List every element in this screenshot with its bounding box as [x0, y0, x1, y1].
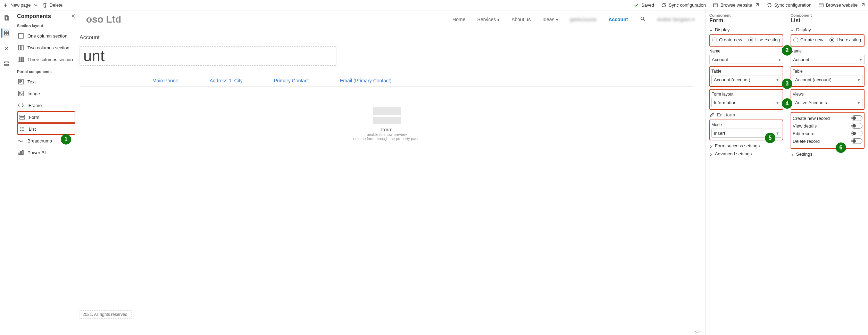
sync-config-label-1: Sync configuration — [669, 2, 706, 8]
nav-account[interactable]: Account — [609, 17, 628, 22]
nav-home[interactable]: Home — [452, 17, 465, 22]
components-title: Components — [17, 13, 75, 19]
col-primary-contact[interactable]: Primary Contact — [274, 78, 309, 83]
rail-settings-button[interactable] — [1, 59, 10, 68]
svg-rect-19 — [20, 115, 25, 116]
rail-templates-button[interactable] — [1, 44, 10, 53]
form-advanced-section-header[interactable]: Advanced settings — [709, 151, 783, 156]
chevron-down-icon — [709, 28, 713, 32]
list-table-select[interactable]: Account (account)▾ — [793, 75, 862, 84]
code-toggle[interactable]: </> — [695, 329, 701, 334]
refresh-icon — [767, 2, 772, 8]
trash-icon — [42, 2, 48, 8]
refresh-icon — [661, 2, 667, 8]
create-new-record-toggle[interactable] — [851, 115, 862, 121]
image-component-item[interactable]: Image — [17, 88, 75, 99]
breadcrumb-label: Breadcrumb — [27, 138, 52, 144]
col-main-phone[interactable]: Main Phone — [152, 78, 178, 83]
list-component-item[interactable]: List — [17, 123, 75, 135]
two-column-section-item[interactable]: Two columns section — [17, 42, 75, 54]
svg-rect-8 — [5, 62, 9, 63]
saved-label: Saved — [641, 2, 654, 8]
list-property-panel: Component List Display Create new Use ex… — [787, 10, 868, 335]
nav-user[interactable]: Andrei Sergeev ▾ — [657, 17, 694, 22]
chevron-right-icon — [709, 144, 713, 148]
form-create-new-radio[interactable]: Create new — [712, 37, 742, 42]
form-ph-line2: unable to show preview — [80, 132, 694, 137]
powerbi-component-item[interactable]: Power BI — [17, 147, 75, 158]
nav-ideas[interactable]: Ideas ▾ — [542, 17, 558, 22]
list-views-select[interactable]: Active Accounts▾ — [793, 98, 862, 107]
close-panel-button[interactable] — [70, 13, 76, 20]
badge-5: 5 — [765, 133, 775, 143]
view-details-toggle[interactable] — [851, 123, 862, 129]
left-rail — [0, 10, 12, 335]
edit-form-link[interactable]: Edit form — [709, 112, 783, 117]
external-icon — [713, 2, 718, 8]
design-canvas[interactable]: oso Ltd Home Services ▾ About us Ideas ▾… — [79, 10, 706, 335]
sync-config-2-button[interactable]: Sync configuration — [767, 2, 811, 8]
nav-about[interactable]: About us — [511, 17, 531, 22]
text-icon — [18, 79, 24, 85]
powerbi-icon — [18, 149, 24, 156]
svg-rect-7 — [7, 33, 9, 35]
form-display-section-header[interactable]: Display — [709, 27, 783, 32]
iframe-label: IFrame — [27, 103, 42, 108]
col-email-primary-contact[interactable]: Email (Primary Contact) — [340, 78, 392, 83]
list-use-existing-radio[interactable]: Use existing — [829, 37, 861, 42]
chevron-down-icon: ▾ — [776, 100, 779, 105]
nav-getaccounts[interactable]: getAccounts — [570, 17, 597, 22]
svg-rect-11 — [18, 45, 20, 50]
image-icon — [18, 90, 24, 97]
form-layout-label: Form layout — [711, 92, 781, 97]
form-display-label: Display — [715, 27, 730, 32]
form-success-section-header[interactable]: Form success settings — [709, 143, 783, 148]
svg-rect-12 — [21, 45, 23, 50]
badge-2: 2 — [782, 45, 792, 56]
popout-icon — [754, 2, 760, 8]
list-display-section-header[interactable]: Display — [791, 27, 865, 32]
svg-rect-9 — [5, 64, 9, 65]
iframe-icon — [18, 102, 24, 108]
browse-website-1-button[interactable]: Browse website — [713, 2, 760, 8]
text-component-item[interactable]: Text — [17, 76, 75, 88]
new-page-button[interactable]: New page — [3, 2, 39, 8]
form-placeholder[interactable]: Form unable to show preview edit the for… — [80, 107, 694, 141]
delete-record-label: Delete record — [793, 139, 820, 144]
chevron-down-icon: ▾ — [858, 100, 860, 105]
form-use-existing-radio[interactable]: Use existing — [748, 37, 780, 42]
nav-services[interactable]: Services ▾ — [477, 17, 500, 22]
page-heading[interactable]: unt — [80, 46, 336, 66]
form-name-select[interactable]: Account▾ — [709, 55, 783, 64]
create-new-record-label: Create new record — [793, 116, 830, 121]
rail-components-button[interactable] — [1, 28, 10, 38]
nav-search[interactable] — [640, 16, 645, 23]
form-ph-line3: edit the form through the property panel — [80, 137, 694, 141]
sync-config-1-button[interactable]: Sync configuration — [661, 2, 706, 8]
form-create-use-radio-group: Create new Use existing — [711, 36, 781, 44]
list-name-label: Name — [791, 49, 865, 54]
two-column-label: Two columns section — [27, 45, 69, 50]
browse-website-2-button[interactable]: Browse website — [818, 2, 865, 8]
list-label: List — [29, 126, 36, 132]
list-settings-section-header[interactable]: Settings — [791, 152, 865, 157]
form-table-select[interactable]: Account (account)▾ — [711, 75, 781, 84]
svg-rect-15 — [22, 57, 24, 62]
edit-record-toggle[interactable] — [851, 131, 862, 136]
popout-icon — [860, 2, 865, 8]
rail-pages-button[interactable] — [1, 13, 10, 22]
delete-label: Delete — [50, 2, 63, 8]
form-component-item[interactable]: Form — [17, 111, 75, 123]
delete-button[interactable]: Delete — [42, 2, 63, 8]
list-name-select[interactable]: Account▾ — [791, 55, 865, 64]
list-create-new-radio[interactable]: Create new — [793, 37, 823, 42]
delete-record-toggle[interactable] — [851, 138, 862, 144]
one-column-section-item[interactable]: One column section — [17, 30, 75, 42]
col-address-city[interactable]: Address 1: City — [210, 78, 243, 83]
form-layout-select[interactable]: Information▾ — [711, 98, 781, 107]
chevron-down-icon: ▾ — [776, 131, 779, 136]
chevron-down-icon: ▾ — [860, 57, 862, 62]
external-icon — [818, 2, 824, 8]
three-column-section-item[interactable]: Three columns section — [17, 54, 75, 65]
iframe-component-item[interactable]: IFrame — [17, 99, 75, 111]
